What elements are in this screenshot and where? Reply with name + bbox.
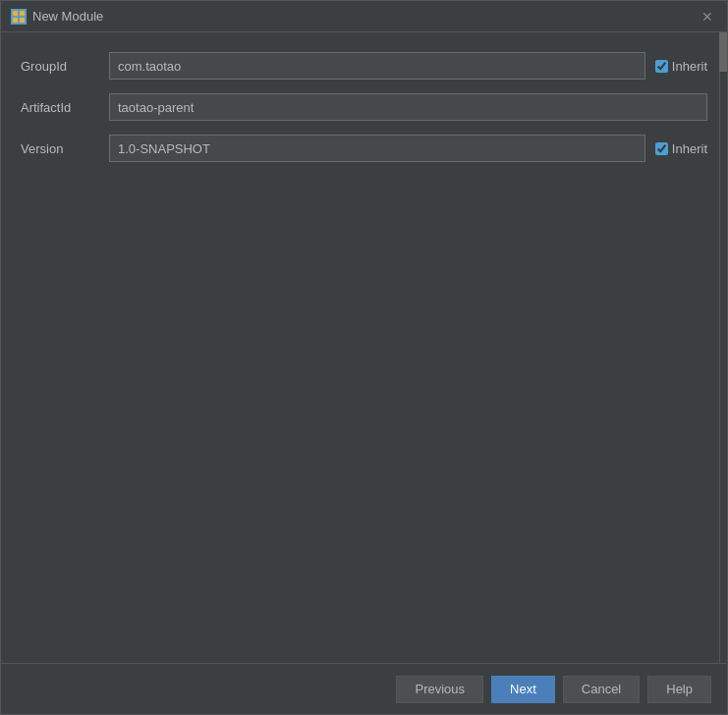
next-button[interactable]: Next — [491, 676, 555, 703]
svg-rect-2 — [13, 18, 18, 23]
artifactid-input[interactable] — [109, 93, 707, 121]
svg-rect-1 — [20, 11, 25, 16]
title-bar: New Module ✕ — [1, 1, 727, 32]
version-inherit-label: Inherit — [672, 141, 707, 156]
version-row: Version Inherit — [21, 135, 707, 162]
artifactid-row: ArtifactId — [21, 93, 707, 121]
version-label: Version — [21, 141, 99, 156]
help-button[interactable]: Help — [647, 676, 711, 703]
svg-rect-3 — [20, 18, 25, 23]
version-input[interactable] — [109, 135, 645, 162]
previous-button[interactable]: Previous — [396, 676, 483, 703]
svg-rect-0 — [13, 11, 18, 16]
groupid-row: GroupId Inherit — [21, 52, 707, 80]
groupid-inherit-label: Inherit — [672, 59, 707, 74]
groupid-input[interactable] — [109, 52, 645, 80]
version-inherit-checkbox[interactable] — [655, 142, 668, 155]
new-module-dialog: New Module ✕ GroupId Inherit ArtifactId — [0, 0, 728, 715]
dialog-footer: Previous Next Cancel Help — [1, 663, 727, 714]
dialog-icon — [11, 9, 27, 25]
title-bar-left: New Module — [11, 9, 103, 25]
groupid-inherit-checkbox[interactable] — [655, 60, 668, 73]
groupid-label: GroupId — [21, 59, 99, 74]
cancel-button[interactable]: Cancel — [563, 676, 640, 703]
groupid-inherit-row: Inherit — [655, 59, 707, 74]
dialog-content: GroupId Inherit ArtifactId Version Inher… — [1, 32, 727, 663]
close-button[interactable]: ✕ — [698, 7, 717, 27]
scrollbar — [719, 32, 727, 663]
dialog-title: New Module — [32, 9, 103, 24]
version-inherit-row: Inherit — [655, 141, 707, 156]
artifactid-label: ArtifactId — [21, 100, 99, 115]
scrollbar-thumb[interactable] — [719, 32, 727, 72]
form-section: GroupId Inherit ArtifactId Version Inher… — [21, 52, 707, 162]
